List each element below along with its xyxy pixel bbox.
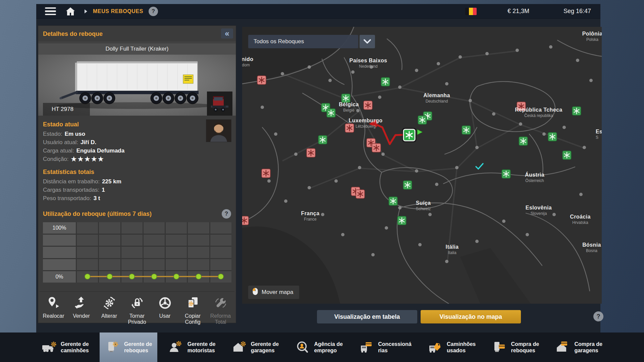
help-icon[interactable]: ? <box>149 7 158 16</box>
action-label: Tornar Privado <box>124 313 150 325</box>
action-tornar-privado[interactable]: Tornar Privado <box>123 295 151 325</box>
country-label: Países Baixos <box>350 58 387 63</box>
trailer-marker-green[interactable] <box>397 216 406 225</box>
nav-label: Compra degaragens <box>574 341 602 354</box>
stat-value: 225 km <box>102 178 121 185</box>
overhaul-wrench-icon <box>213 296 228 311</box>
trailer-marker-red[interactable] <box>257 76 266 84</box>
action-usar[interactable]: Usar <box>151 295 179 325</box>
action-bar: RealocarVenderAlterarTornar PrivadoUsarC… <box>40 291 234 325</box>
nav-trailer-manager[interactable]: Gerente dereboques <box>100 333 158 362</box>
trailer-marker-green[interactable] <box>418 116 427 124</box>
chart-cell <box>210 235 231 246</box>
attached-truck-thumbnail[interactable] <box>207 92 232 116</box>
trailer-marker-green[interactable] <box>327 109 335 117</box>
chart-cell <box>99 247 120 258</box>
chart-cell <box>144 235 165 246</box>
trailer-marker-red[interactable] <box>372 143 381 152</box>
breadcrumb-caret-icon <box>84 9 88 14</box>
chart-cell <box>121 259 143 270</box>
utilization-help-icon[interactable]: ? <box>222 209 231 219</box>
country-sublabel: Österreich <box>525 178 544 183</box>
trailer-marker-red[interactable] <box>242 216 249 225</box>
stat-value: 3 t <box>94 195 100 202</box>
table-view-button[interactable]: Visualização em tabela <box>317 310 417 323</box>
chart-cell <box>210 222 231 234</box>
chart-axis-cell <box>43 247 76 258</box>
action-label: Alterar <box>96 313 122 319</box>
map-view-button[interactable]: Visualização no mapa <box>421 310 521 323</box>
country-sublabel: ngdom <box>242 63 250 67</box>
trailer-marker-green[interactable] <box>381 77 390 86</box>
action-alterar[interactable]: Alterar <box>95 295 123 325</box>
trailer-name: Dolly Full Trailer (Kraker) <box>38 43 236 55</box>
trailer-marker-green[interactable] <box>403 181 412 189</box>
truck-manager-icon <box>42 341 57 354</box>
trailer-map-panel[interactable]: PolôniaPolskaPaíses BaixosNederlandUnido… <box>242 27 602 304</box>
chart-cell <box>188 235 209 246</box>
collapse-panel-button[interactable]: « <box>221 28 233 39</box>
country-sublabel: Bosna <box>586 248 597 253</box>
modify-gear-icon <box>102 296 117 311</box>
country-sublabel: Deutschland <box>426 99 448 104</box>
trailer-marker-red[interactable] <box>262 169 270 178</box>
home-icon[interactable] <box>65 7 75 16</box>
chart-cell <box>121 271 143 283</box>
chart-cell <box>99 222 120 234</box>
utilization-chart: 100%0% <box>43 222 231 283</box>
chart-axis-cell <box>43 235 76 246</box>
country-sublabel: Italia <box>448 250 457 255</box>
nav-trailer-purchase[interactable]: Compra dereboques <box>487 333 545 362</box>
nav-job-agency[interactable]: Agência deemprego <box>290 333 348 362</box>
chart-cell <box>144 259 165 270</box>
chart-cell <box>188 259 209 270</box>
nav-truck-manager[interactable]: Gerente decaminhões <box>36 333 94 362</box>
trailer-marker-green[interactable] <box>318 135 327 144</box>
driver-photo[interactable] <box>206 120 231 142</box>
trailer-marker-green[interactable] <box>462 126 471 134</box>
trailer-photo: HT 2978 <box>38 55 236 116</box>
nav-dealership[interactable]: Concessionárias <box>354 333 417 362</box>
trailer-marker-red[interactable] <box>364 101 372 110</box>
chart-cell <box>99 271 120 283</box>
trailer-marker-red[interactable] <box>307 148 315 157</box>
nav-used-trucks[interactable]: Caminhõesusados <box>422 333 481 362</box>
nav-label: Caminhõesusados <box>447 341 476 354</box>
state-label: Usuário atual: <box>43 139 78 146</box>
action-copiar-config[interactable]: Copiar Config <box>179 295 207 325</box>
state-row: Estado:Em uso <box>43 130 231 138</box>
trailer-marker-red[interactable] <box>345 124 354 132</box>
breadcrumb: MEUS REBOQUES <box>93 8 143 14</box>
nav-garage-manager[interactable]: Gerente degaragens <box>226 333 284 362</box>
trailer-filter-dropdown[interactable]: Todos os Reboques <box>248 35 375 48</box>
country-sublabel: France <box>304 217 317 222</box>
country-label: Unido <box>242 56 253 62</box>
chart-cell <box>77 247 98 258</box>
trailer-marker-green[interactable] <box>519 137 528 145</box>
chart-cell <box>210 259 231 270</box>
action-realocar[interactable]: Realocar <box>40 295 67 325</box>
job-agency-icon <box>295 341 311 354</box>
country-label: Polônia <box>582 31 602 37</box>
chart-axis-cell: 100% <box>43 222 76 234</box>
nav-label: Concessionárias <box>378 341 412 354</box>
nav-driver-manager[interactable]: Gerente demotoristas <box>163 333 221 362</box>
action-label: Realocar <box>40 313 67 319</box>
nav-garage-purchase[interactable]: Compra degaragens <box>550 333 608 362</box>
country-sublabel: Hrvatska <box>572 220 588 225</box>
dealership-icon <box>359 341 374 354</box>
top-bar: MEUS REBOQUES ? € 21,3M Seg 16:47 <box>36 4 600 19</box>
action-vender[interactable]: Vender <box>67 295 95 325</box>
chart-axis-cell: 0% <box>43 271 76 283</box>
country-label: Áustria <box>525 172 544 178</box>
trailer-marker-red[interactable] <box>356 190 365 198</box>
trailer-marker-green[interactable] <box>562 151 571 160</box>
chevron-down-icon[interactable] <box>360 35 375 48</box>
trailer-marker-green[interactable] <box>548 132 557 141</box>
menu-icon[interactable] <box>44 7 57 16</box>
trailer-marker-green[interactable] <box>572 107 581 115</box>
chart-cell <box>166 247 187 258</box>
map-help-icon[interactable]: ? <box>593 311 603 321</box>
trailer-marker-green[interactable] <box>389 197 397 205</box>
trailer-marker-green[interactable] <box>502 170 511 178</box>
